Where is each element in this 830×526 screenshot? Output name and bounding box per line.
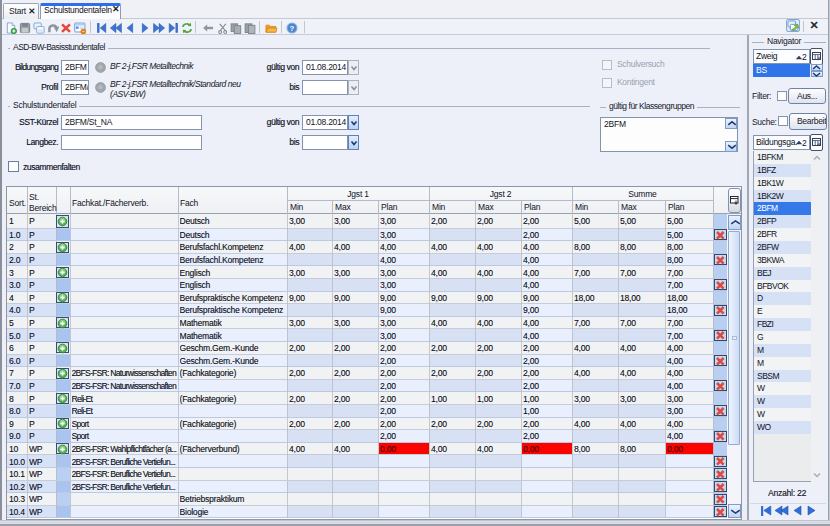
svg-text:?: ? bbox=[290, 24, 295, 33]
